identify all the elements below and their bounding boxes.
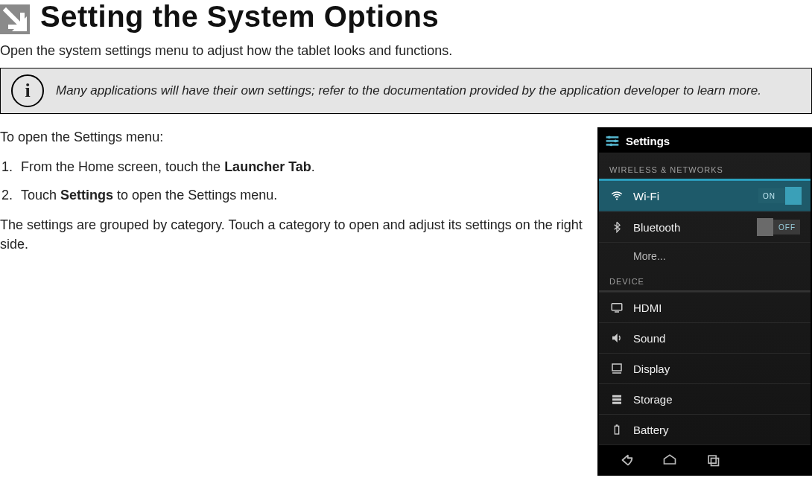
section-device-label: DEVICE <box>599 269 811 290</box>
svg-rect-16 <box>616 424 618 426</box>
row-wifi-label: Wi-Fi <box>633 190 749 202</box>
hdmi-icon <box>609 300 624 315</box>
step-1-prefix: From the Home screen, touch the <box>21 159 224 174</box>
wifi-icon <box>609 188 624 203</box>
row-battery[interactable]: Battery <box>599 414 811 444</box>
svg-rect-15 <box>615 426 618 434</box>
row-bluetooth-label: Bluetooth <box>633 221 749 234</box>
svg-point-7 <box>616 198 618 200</box>
toggle-knob <box>785 187 802 205</box>
sound-icon <box>609 331 624 345</box>
step-2: Touch Settings to open the Settings menu… <box>16 185 584 205</box>
bluetooth-icon <box>609 220 624 235</box>
display-icon <box>609 361 624 376</box>
step-1-suffix: . <box>311 159 315 174</box>
row-sound-label: Sound <box>633 332 800 345</box>
row-display[interactable]: Display <box>599 353 811 383</box>
row-battery-label: Battery <box>633 424 800 436</box>
wifi-toggle-text: ON <box>763 192 775 200</box>
svg-rect-17 <box>708 456 716 463</box>
nav-recent-button[interactable] <box>702 452 724 468</box>
nav-bar <box>599 444 811 474</box>
step-2-bold: Settings <box>60 188 113 202</box>
row-hdmi-label: HDMI <box>633 302 800 314</box>
storage-icon <box>609 392 624 406</box>
info-callout: i Many applications will have their own … <box>0 68 812 114</box>
toggle-knob <box>757 218 773 236</box>
settings-titlebar: Settings <box>599 129 811 153</box>
step-2-prefix: Touch <box>21 188 60 202</box>
svg-rect-12 <box>612 395 621 398</box>
info-callout-text: Many applications will have their own se… <box>56 83 761 100</box>
row-bluetooth[interactable]: Bluetooth OFF <box>599 211 811 242</box>
settings-title-text: Settings <box>626 135 670 147</box>
settings-screenshot: Settings WIRELESS & NETWORKS Wi-Fi ON <box>597 127 812 476</box>
info-icon: i <box>11 74 44 107</box>
svg-rect-13 <box>612 398 621 401</box>
row-wifi[interactable]: Wi-Fi ON <box>599 180 811 211</box>
wifi-toggle[interactable]: ON <box>758 188 800 203</box>
svg-rect-18 <box>711 458 719 465</box>
row-sound[interactable]: Sound <box>599 322 811 353</box>
bluetooth-toggle-text: OFF <box>778 223 796 232</box>
section-arrow-icon <box>0 4 30 34</box>
row-hdmi[interactable]: HDMI <box>599 292 811 322</box>
step-1: From the Home screen, touch the Launcher… <box>16 157 584 176</box>
row-display-label: Display <box>633 363 800 375</box>
followup-paragraph: The settings are grouped by category. To… <box>0 215 584 254</box>
svg-point-4 <box>608 136 611 139</box>
settings-list: WIRELESS & NETWORKS Wi-Fi ON <box>599 153 811 444</box>
page-title: Setting the System Options <box>40 0 439 34</box>
svg-rect-8 <box>612 304 622 310</box>
steps-list: From the Home screen, touch the Launcher… <box>16 157 584 205</box>
nav-home-button[interactable] <box>659 452 681 468</box>
battery-icon <box>609 422 624 437</box>
svg-point-5 <box>614 140 617 143</box>
svg-rect-10 <box>612 364 621 371</box>
step-1-bold: Launcher Tab <box>224 159 311 174</box>
section-wireless-label: WIRELESS & NETWORKS <box>599 158 811 179</box>
settings-app-icon <box>605 133 620 148</box>
step-2-suffix: to open the Settings menu. <box>113 188 277 202</box>
row-storage[interactable]: Storage <box>599 383 811 414</box>
svg-rect-14 <box>612 402 621 404</box>
svg-point-6 <box>609 144 612 147</box>
bluetooth-toggle[interactable]: OFF <box>758 220 800 235</box>
intro-paragraph: Open the system settings menu to adjust … <box>0 43 812 59</box>
row-more-label: More... <box>633 250 800 262</box>
row-storage-label: Storage <box>633 393 800 406</box>
row-more[interactable]: More... <box>599 242 811 269</box>
nav-back-button[interactable] <box>615 452 638 468</box>
lead-paragraph: To open the Settings menu: <box>0 127 584 147</box>
